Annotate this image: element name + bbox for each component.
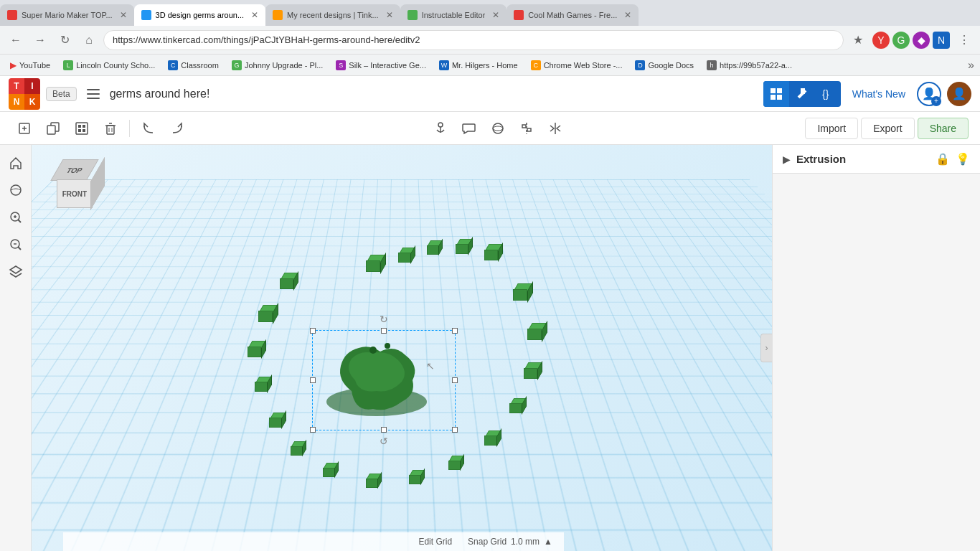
layers-button[interactable] (4, 260, 28, 284)
toolbar-actions: Import Export Share (805, 118, 969, 139)
viewport[interactable]: TOP FRONT (32, 145, 772, 551)
bookmarks-more[interactable]: » (968, 59, 974, 72)
bookmark-classroom[interactable]: C Classroom (164, 59, 223, 72)
tinkercad-logo[interactable]: T I N K (9, 78, 40, 110)
handle-right-mid[interactable] (452, 377, 458, 383)
avatar-image: 👤 (952, 87, 966, 100)
edit-grid-button[interactable]: Edit Grid (414, 535, 456, 548)
ext-icon-2[interactable]: G (892, 32, 910, 49)
tab-3[interactable]: My recent designs | Tink... ✕ (265, 4, 400, 26)
share-button[interactable]: Share (918, 118, 969, 139)
cube-3d-1 (366, 255, 386, 278)
orbit-view-button[interactable] (4, 178, 28, 202)
tab-close-2[interactable]: ✕ (251, 10, 258, 20)
cube-face-front[interactable]: FRONT (57, 179, 93, 208)
bookmarks-bar: ▶ YouTube L Lincoln County Scho... C Cla… (0, 55, 980, 76)
bookmark-lincoln[interactable]: L Lincoln County Scho... (59, 59, 159, 72)
hamburger-menu[interactable] (83, 83, 104, 105)
home-button[interactable]: ⌂ (79, 30, 99, 50)
mirror-tool[interactable] (542, 116, 568, 141)
snap-grid-arrow[interactable]: ▲ (544, 537, 552, 547)
bookmark-hilgers[interactable]: W Mr. Hilgers - Home (435, 59, 522, 72)
bookmark-chrome[interactable]: C Chrome Web Store -... (527, 59, 627, 72)
tab-favicon-5 (514, 10, 524, 20)
rotate-handle-top[interactable]: ↻ (380, 314, 388, 325)
germ-shape[interactable] (308, 330, 438, 423)
comment-tool[interactable] (456, 116, 482, 141)
panel-header: ▶ Extrusion 🔒 💡 (773, 145, 980, 174)
snap-grid-label: Snap Grid (468, 537, 507, 547)
new-design-button[interactable] (11, 116, 37, 141)
refresh-button[interactable]: ↻ (55, 30, 75, 50)
beta-badge: Beta (46, 87, 77, 101)
whats-new-button[interactable]: What's New (847, 85, 911, 103)
bookmark-url-label: https://99b57a22-a... (720, 61, 792, 70)
bookmark-docs[interactable]: D Google Docs (631, 59, 698, 72)
tab-close-3[interactable]: ✕ (386, 10, 393, 20)
svg-point-25 (493, 126, 503, 131)
bookmark-silk-icon: S (336, 60, 346, 70)
tab-close-5[interactable]: ✕ (624, 10, 631, 20)
handle-bottom-mid[interactable] (381, 427, 387, 433)
tab-close-4[interactable]: ✕ (492, 10, 499, 20)
forward-button[interactable]: → (30, 30, 50, 50)
panel-lock-button[interactable]: 🔒 (936, 152, 950, 166)
bookmark-silk[interactable]: S Silk – Interactive Ge... (331, 59, 430, 72)
align-tool[interactable] (514, 116, 540, 141)
add-user-button[interactable]: 👤 + (917, 82, 941, 106)
address-input[interactable] (103, 30, 844, 50)
code-view-button[interactable]: {} (815, 81, 841, 107)
zoom-in-button[interactable] (4, 205, 28, 230)
handle-bottom-left[interactable] (310, 427, 316, 433)
cube-face-top[interactable]: TOP (50, 159, 98, 181)
hammer-view-button[interactable] (789, 81, 815, 107)
tab-title-1: Super Mario Maker TOP... (22, 11, 113, 19)
delete-button[interactable] (98, 116, 123, 141)
panel-collapse-handle[interactable]: › (760, 334, 772, 362)
bookmark-youtube[interactable]: ▶ YouTube (6, 59, 55, 72)
svg-rect-5 (801, 88, 805, 94)
bookmark-johnny-label: Johnny Upgrade - Pl... (245, 61, 323, 70)
toolbar-separator-1 (129, 120, 130, 137)
cube-3d-2 (398, 248, 415, 268)
bookmark-url[interactable]: h https://99b57a22-a... (702, 59, 796, 72)
home-view-button[interactable] (4, 151, 28, 175)
bookmark-johnny[interactable]: G Johnny Upgrade - Pl... (227, 59, 327, 72)
import-button[interactable]: Import (805, 118, 858, 139)
ext-icon-3[interactable]: ◆ (913, 32, 930, 49)
design-title: germs around here! (110, 88, 758, 100)
bookmark-youtube-icon: ▶ (10, 60, 17, 70)
tab-close-1[interactable]: ✕ (120, 10, 127, 20)
anchor-tool[interactable] (428, 116, 453, 141)
grid-view-button[interactable] (763, 81, 789, 107)
bookmark-button[interactable]: ★ (848, 30, 868, 50)
group-button[interactable] (69, 116, 95, 141)
copy-button[interactable] (40, 116, 66, 141)
view-cube[interactable]: TOP FRONT (46, 159, 103, 217)
tab-5[interactable]: Cool Math Games - Fre... ✕ (507, 4, 639, 26)
export-button[interactable]: Export (861, 118, 914, 139)
undo-button[interactable] (136, 116, 161, 141)
user-avatar[interactable]: 👤 (947, 82, 971, 106)
logo-cell-k: K (24, 94, 40, 110)
panel-light-button[interactable]: 💡 (956, 152, 970, 166)
handle-bottom-right[interactable] (452, 427, 458, 433)
back-button[interactable]: ← (6, 30, 26, 50)
rotate-handle-bottom[interactable]: ↺ (380, 435, 388, 447)
zoom-out-button[interactable] (4, 232, 28, 257)
redo-button[interactable] (164, 116, 190, 141)
tab-4[interactable]: Instructable Editor ✕ (400, 4, 507, 26)
tab-1[interactable]: Super Mario Maker TOP... ✕ (0, 4, 134, 26)
orbit-tool[interactable] (485, 116, 511, 141)
svg-point-22 (438, 123, 443, 127)
menu-button[interactable]: ⋮ (954, 30, 974, 50)
panel-expand-button[interactable]: ▶ (783, 154, 791, 165)
bookmark-lincoln-icon: L (63, 60, 73, 70)
bookmark-chrome-icon: C (531, 60, 541, 70)
tab-2[interactable]: 3D design germs aroun... ✕ (134, 4, 266, 26)
svg-point-30 (11, 185, 21, 195)
ext-icon-1[interactable]: Y (872, 32, 890, 49)
handle-top-right[interactable] (452, 328, 458, 334)
cube-3d-4 (456, 239, 473, 259)
ext-icon-4[interactable]: N (933, 32, 950, 49)
